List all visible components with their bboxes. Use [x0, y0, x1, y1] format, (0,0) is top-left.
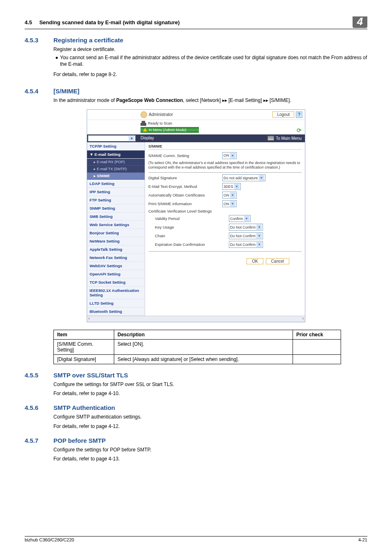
chevron-down-icon: ▾	[244, 216, 249, 221]
page-footer: bizhub C360/C280/C220 4-21	[25, 536, 367, 542]
bullet-text: You cannot send an E-mail if the adminis…	[60, 54, 367, 67]
top-bar: Administrator Logout ?	[87, 110, 305, 120]
sidebar-item-ldap[interactable]: LDAP Setting	[87, 180, 145, 188]
field-note: (To select ON, the administrator's e-mai…	[148, 161, 302, 170]
warning-icon	[143, 128, 147, 132]
smime-comm-select[interactable]: ON▾	[222, 152, 237, 159]
section-4-5-4-heading: 4.5.4 [S/MIME]	[25, 88, 367, 95]
validity-select[interactable]: Confirm▾	[229, 215, 251, 222]
td-prior	[293, 339, 341, 354]
sidebar-item-tcpsock[interactable]: TCP Socket Setting	[87, 278, 145, 287]
body-text: Configure the settings for POP before SM…	[53, 446, 367, 453]
sidebar-item-smb[interactable]: SMB Setting	[87, 213, 145, 221]
chevron-down-icon: ▾	[230, 153, 235, 158]
settings-table: Item Description Prior check [S/MIME Com…	[53, 330, 341, 364]
sidebar-item-webdav[interactable]: WebDAV Settings	[87, 262, 145, 270]
sidebar-item-netware[interactable]: NetWare Setting	[87, 237, 145, 245]
section-num: 4.5.6	[25, 404, 53, 411]
field-label: Print S/MIME information	[148, 201, 222, 206]
sidebar-item-openapi[interactable]: OpenAPI Setting	[87, 270, 145, 278]
sidebar-item-ieee[interactable]: IEEE802.1X Authentication Setting	[87, 287, 145, 299]
chain-select[interactable]: Do Not Confirm▾	[229, 232, 263, 239]
sidebar-item-email[interactable]: ▼ E-mail Setting	[87, 150, 145, 159]
tab-bar: Network ▾ Display To Main Menu	[87, 134, 305, 142]
digital-signature-select[interactable]: Do not add signature▾	[222, 174, 265, 181]
section-title: POP before SMTP	[53, 437, 106, 444]
body-text: In the administrator mode of PageScope W…	[53, 97, 367, 104]
header-title: 4.5 Sending scanned data by E-mail (with…	[25, 19, 353, 25]
expiration-select[interactable]: Do Not Confirm▾	[229, 241, 263, 248]
sidebar-item-webservice[interactable]: Web Service Settings	[87, 221, 145, 229]
sidebar-item-ftp[interactable]: FTP Setting	[87, 196, 145, 204]
dropdown-value: Network	[89, 136, 104, 141]
horizontal-scrollbar[interactable]	[87, 316, 305, 322]
admin-mode-label: In Menu (Admin Mode)	[149, 128, 187, 132]
print-smime-select[interactable]: ON▾	[222, 200, 237, 207]
sidebar-item-bonjour[interactable]: Bonjour Setting	[87, 229, 145, 237]
sidebar-item-snmp[interactable]: SNMP Setting	[87, 204, 145, 213]
chevron-down-icon: ▾	[230, 201, 235, 206]
chevron-down-icon: ▾	[234, 184, 240, 189]
body-text: Configure SMTP authentication settings.	[53, 414, 367, 420]
sidebar-sub-tx[interactable]: ▸ E-mail TX (SMTP)	[87, 166, 145, 173]
auto-cert-select[interactable]: ON▾	[222, 192, 237, 199]
body-text: For details, refer to page 4-13.	[53, 456, 367, 462]
chevron-down-icon: ▾	[256, 224, 262, 230]
sidebar-item-appletalk[interactable]: AppleTalk Setting	[87, 245, 145, 254]
to-main-label: To Main Menu	[276, 136, 302, 141]
section-4-5-3-heading: 4.5.3 Registering a certificate	[25, 37, 367, 44]
sidebar-item-tcpip[interactable]: TCP/IP Setting	[87, 142, 145, 150]
field-label: Expiration Date Confirmation	[148, 242, 229, 247]
section-num: 4.5.7	[25, 437, 53, 444]
section-title: [S/MIME]	[53, 88, 79, 95]
panel-title: S/MIME	[148, 144, 302, 150]
td-item: [Digital Signature]	[54, 354, 114, 364]
sidebar-item-netfax[interactable]: Network Fax Setting	[87, 254, 145, 262]
refresh-icon[interactable]: ⟳	[297, 127, 302, 134]
th-item: Item	[54, 330, 114, 339]
field-label: S/MIME Comm. Setting	[148, 153, 222, 158]
section-dropdown[interactable]: Network ▾	[88, 135, 136, 141]
header-section-title: Sending scanned data by E-mail (with dig…	[39, 19, 180, 25]
sidebar-item-lltd[interactable]: LLTD Setting	[87, 299, 145, 308]
sidebar-item-ipp[interactable]: IPP Setting	[87, 188, 145, 196]
display-tab[interactable]: Display	[136, 134, 158, 142]
status-area: Ready to Scan	[87, 120, 305, 127]
admin-label: Administrator	[149, 112, 173, 117]
td-item: [S/MIME Comm. Setting]	[54, 339, 114, 354]
logout-button[interactable]: Logout	[272, 111, 294, 118]
header-section-num: 4.5	[25, 19, 32, 25]
admin-console-screenshot: Administrator Logout ? Ready to Scan In …	[87, 109, 305, 322]
ok-button[interactable]: OK	[247, 258, 263, 264]
sidebar-sub-smime[interactable]: ▸ S/MIME	[87, 173, 145, 180]
field-group-label: Certificate Verification Level Settings	[148, 209, 222, 213]
chevron-down-icon: ▾	[259, 175, 264, 180]
chevron-down-icon: ▾	[129, 136, 134, 141]
to-main-menu-button[interactable]: To Main Menu	[264, 134, 305, 142]
body-text: Configure the settings for SMTP over SSL…	[53, 381, 367, 388]
chevron-down-icon: ▾	[230, 192, 235, 198]
td-desc: Select [ON].	[114, 339, 293, 354]
sidebar-sub-rx[interactable]: ▸ E-mail RX (POP)	[87, 159, 145, 166]
field-label: Automatically Obtain Certificates	[148, 193, 222, 197]
page-header: 4.5 Sending scanned data by E-mail (with…	[25, 16, 367, 29]
section-title: Registering a certificate	[53, 37, 123, 44]
body-text: For details, refer to page 4-10.	[53, 390, 367, 397]
body-text: For details, refer to page 4-12.	[53, 423, 367, 430]
section-4-5-7-heading: 4.5.7 POP before SMTP	[25, 437, 367, 444]
sidebar-item-bluetooth[interactable]: Bluetooth Setting	[87, 308, 145, 316]
encrypt-method-select[interactable]: 3DES▾	[222, 183, 241, 190]
help-icon[interactable]: ?	[296, 111, 302, 118]
keyusage-select[interactable]: Do Not Confirm▾	[229, 224, 263, 231]
body-text: For details, refer to page 8-2.	[53, 71, 367, 78]
section-title: SMTP Authentication	[53, 404, 115, 411]
admin-mode-bar: In Menu (Admin Mode)	[141, 127, 199, 133]
table-row: [S/MIME Comm. Setting] Select [ON].	[54, 339, 341, 354]
printer-icon	[141, 121, 146, 126]
table-row: [Digital Signature] Select [Always add s…	[54, 354, 341, 364]
field-label: Validity Period	[148, 216, 229, 221]
bullet-dot: ●	[53, 54, 60, 67]
cancel-button[interactable]: Cancel	[266, 258, 289, 264]
section-num: 4.5.4	[25, 88, 53, 95]
section-num: 4.5.3	[25, 37, 53, 44]
